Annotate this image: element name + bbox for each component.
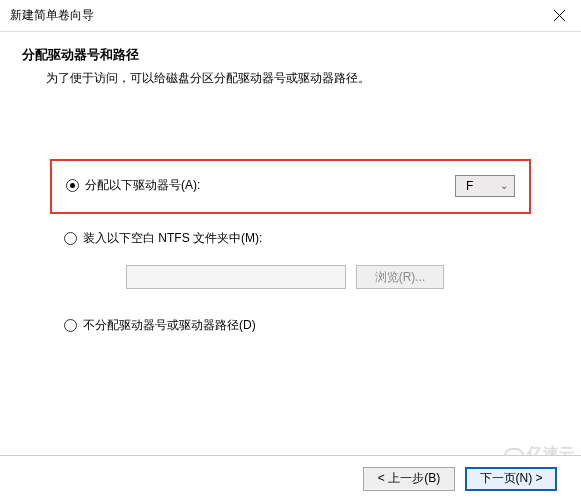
radio-assign-letter[interactable]: 分配以下驱动器号(A): <box>66 173 200 198</box>
next-button-label: 下一页(N) > <box>480 470 543 487</box>
back-button-label: < 上一步(B) <box>378 470 440 487</box>
wizard-body: 分配以下驱动器号(A): F ⌄ 装入以下空白 NTFS 文件夹中(M): 浏览… <box>0 95 581 338</box>
radio-icon <box>64 319 77 332</box>
assign-letter-group: 分配以下驱动器号(A): F ⌄ <box>50 159 531 214</box>
radio-no-assign-label: 不分配驱动器号或驱动器路径(D) <box>83 317 256 334</box>
next-button[interactable]: 下一页(N) > <box>465 467 557 491</box>
wizard-header: 分配驱动器号和路径 为了便于访问，可以给磁盘分区分配驱动器号或驱动器路径。 <box>0 32 581 95</box>
radio-mount-folder-label: 装入以下空白 NTFS 文件夹中(M): <box>83 230 262 247</box>
back-button[interactable]: < 上一步(B) <box>363 467 455 491</box>
close-icon <box>554 10 565 21</box>
mount-path-row: 浏览(R)... <box>126 265 531 289</box>
drive-letter-select[interactable]: F ⌄ <box>455 175 515 197</box>
close-button[interactable] <box>537 0 581 32</box>
wizard-footer: < 上一步(B) 下一页(N) > <box>0 455 581 501</box>
titlebar: 新建简单卷向导 <box>0 0 581 32</box>
radio-icon <box>66 179 79 192</box>
browse-button-label: 浏览(R)... <box>375 269 426 286</box>
browse-button: 浏览(R)... <box>356 265 444 289</box>
drive-letter-value: F <box>466 179 473 193</box>
mount-path-input <box>126 265 346 289</box>
radio-assign-letter-label: 分配以下驱动器号(A): <box>85 177 200 194</box>
radio-mount-folder[interactable]: 装入以下空白 NTFS 文件夹中(M): <box>50 226 531 251</box>
radio-icon <box>64 232 77 245</box>
page-title: 分配驱动器号和路径 <box>22 46 561 64</box>
page-description: 为了便于访问，可以给磁盘分区分配驱动器号或驱动器路径。 <box>46 70 561 87</box>
chevron-down-icon: ⌄ <box>500 180 508 191</box>
window-title: 新建简单卷向导 <box>10 7 94 24</box>
radio-no-assign[interactable]: 不分配驱动器号或驱动器路径(D) <box>50 313 531 338</box>
